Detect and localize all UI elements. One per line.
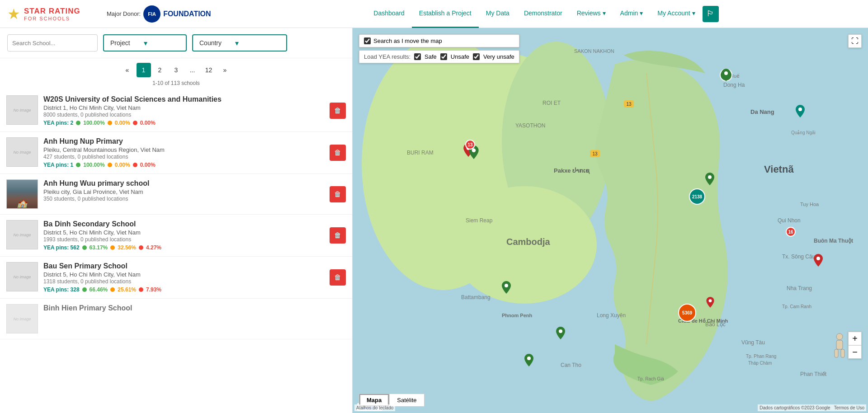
svg-text:SAKON NAKHON: SAKON NAKHON xyxy=(574,48,614,54)
unsafe-dot xyxy=(110,245,115,250)
unsafe-dot xyxy=(108,121,112,125)
main-content: Project ▾ Country ▾ « 1 2 3 ... 12 » 1-1… xyxy=(0,28,868,413)
search-input[interactable] xyxy=(7,34,98,52)
fia-logo: FIA xyxy=(143,5,160,23)
map-background: ROI ET YASOTHON BURI RAM Dong Ha Da Nang… xyxy=(353,28,868,413)
svg-text:Tp. Rach Giá: Tp. Rach Giá xyxy=(637,376,664,381)
map-marker[interactable] xyxy=(706,297,714,309)
page-12[interactable]: 12 xyxy=(202,63,216,77)
page-next[interactable]: » xyxy=(218,63,232,77)
svg-text:BURI RAM: BURI RAM xyxy=(407,150,434,156)
page-prev[interactable]: « xyxy=(120,63,135,77)
svg-text:Da Nang: Da Nang xyxy=(750,108,774,115)
svg-text:Qui Nhon: Qui Nhon xyxy=(778,217,801,224)
school-thumbnail: No Image xyxy=(6,220,38,249)
school-name[interactable]: Anh Hung Wuu primary school xyxy=(43,179,324,188)
yea-row: YEA pins: 328 66.46% 25.61% 7.93% xyxy=(43,286,324,293)
flag-button[interactable]: 🏳 xyxy=(703,6,719,22)
map-marker[interactable] xyxy=(556,327,565,341)
safe-pct: 100.00% xyxy=(83,162,104,168)
school-address: Pleiku city, Gia Lai Province, Viet Nam xyxy=(43,188,324,195)
svg-point-50 xyxy=(836,333,843,340)
nav-admin[interactable]: Admin ▾ xyxy=(613,0,651,28)
search-as-move-control: Search as I move the map xyxy=(359,34,519,47)
logo-text: STAR RATING FOR SCHOOLS xyxy=(24,7,80,21)
chevron-down-icon: ▾ xyxy=(235,39,239,47)
school-students: 1318 students, 0 published locations xyxy=(43,278,324,285)
delete-button[interactable]: 🗑 xyxy=(330,186,346,202)
map-marker-cluster-5369[interactable]: 5369 xyxy=(678,304,696,322)
map-marker[interactable] xyxy=(502,281,511,295)
safe-label: Safe xyxy=(425,53,437,60)
school-name[interactable]: Bau Sen Primary School xyxy=(43,262,324,270)
nav-demonstrator[interactable]: Demonstrator xyxy=(517,0,570,28)
logo[interactable]: ★ STAR RATING FOR SCHOOLS xyxy=(7,7,98,21)
svg-point-47 xyxy=(709,299,712,302)
svg-text:Buôn Ma Thuột: Buôn Ma Thuột xyxy=(814,238,853,244)
school-name[interactable]: W20S University of Social Sciences and H… xyxy=(43,95,324,103)
svg-text:Phan Thiết: Phan Thiết xyxy=(800,371,827,377)
zoom-in-button[interactable]: + xyxy=(848,332,862,345)
school-name[interactable]: Anh Hung Nup Primary xyxy=(43,137,324,145)
nav-my-account[interactable]: My Account ▾ xyxy=(650,0,702,28)
school-list-panel: Project ▾ Country ▾ « 1 2 3 ... 12 » 1-1… xyxy=(0,28,353,413)
page-3[interactable]: 3 xyxy=(169,63,184,77)
nav-my-data[interactable]: My Data xyxy=(479,0,517,28)
project-dropdown[interactable]: Project ▾ xyxy=(103,34,187,52)
school-students: 427 students, 0 published locations xyxy=(43,154,324,160)
map-marker-cluster[interactable]: 13 xyxy=(463,143,473,158)
safe-pct: 63.17% xyxy=(90,244,108,251)
school-students: 8000 students, 0 published locations xyxy=(43,112,324,118)
school-info: Ba Dinh Secondary School District 5, Ho … xyxy=(43,220,324,251)
page-2[interactable]: 2 xyxy=(153,63,167,77)
page-ellipsis: ... xyxy=(185,63,200,77)
zoom-out-button[interactable]: − xyxy=(848,345,862,359)
delete-button[interactable]: 🗑 xyxy=(330,103,346,119)
map-marker[interactable] xyxy=(720,69,732,81)
school-item: No Image W20S University of Social Scien… xyxy=(0,90,352,132)
school-students: 1993 students, 0 published locations xyxy=(43,236,324,243)
svg-text:Tp. Cam Ranh: Tp. Cam Ranh xyxy=(782,304,811,309)
unsafe-dot xyxy=(110,287,115,292)
school-name[interactable]: Ba Dinh Secondary School xyxy=(43,220,324,228)
street-view-icon[interactable] xyxy=(833,332,846,359)
keyboard-shortcut-label: Atalhos do teclado xyxy=(354,404,395,411)
page-1[interactable]: 1 xyxy=(137,63,151,77)
very-unsafe-dot xyxy=(133,121,137,125)
search-as-move-checkbox[interactable] xyxy=(364,38,371,44)
map-marker-cluster-2138[interactable]: 2138 xyxy=(689,188,705,205)
foundation-label: FOUNDATION xyxy=(163,10,211,18)
map-marker[interactable]: 16 xyxy=(786,227,796,237)
school-thumbnail: No Image xyxy=(6,137,38,167)
nav-reviews[interactable]: Reviews ▾ xyxy=(570,0,613,28)
nav-establish[interactable]: Establish a Project xyxy=(412,0,479,28)
fullscreen-button[interactable]: ⛶ xyxy=(848,34,862,48)
map-panel[interactable]: ROI ET YASOTHON BURI RAM Dong Ha Da Nang… xyxy=(353,28,868,413)
chevron-down-icon: ▾ xyxy=(640,9,643,17)
delete-button[interactable]: 🗑 xyxy=(330,269,346,286)
safe-checkbox[interactable] xyxy=(414,53,421,60)
delete-button[interactable]: 🗑 xyxy=(330,145,346,161)
delete-button[interactable]: 🗑 xyxy=(330,227,346,244)
svg-text:Nha Trang: Nha Trang xyxy=(787,285,812,291)
nav-dashboard[interactable]: Dashboard xyxy=(366,0,412,28)
svg-text:Long Xuyên: Long Xuyên xyxy=(597,312,626,319)
unsafe-checkbox[interactable] xyxy=(440,53,447,60)
school-address: Pleiku, Central Mountainous Region, Viet… xyxy=(43,146,324,153)
country-dropdown[interactable]: Country ▾ xyxy=(192,34,287,52)
svg-text:13: 13 xyxy=(626,102,632,107)
very-unsafe-checkbox[interactable] xyxy=(473,53,480,60)
unsafe-pct: 32.56% xyxy=(118,244,136,251)
safe-dot xyxy=(82,287,87,292)
school-address: District 5, Ho Chi Minh City, Viet Nam xyxy=(43,271,324,278)
svg-point-44 xyxy=(708,175,712,179)
map-marker[interactable] xyxy=(796,105,805,119)
map-marker[interactable] xyxy=(705,173,714,187)
school-name[interactable]: Binh Hien Primary School xyxy=(43,304,346,312)
map-marker[interactable] xyxy=(814,254,823,268)
load-yea-label: Load YEA results: xyxy=(364,53,410,60)
map-marker[interactable] xyxy=(524,354,533,368)
svg-text:Quảng Ngãi: Quảng Ngãi xyxy=(791,130,816,135)
svg-point-45 xyxy=(816,257,820,260)
star-icon: ★ xyxy=(7,7,20,21)
